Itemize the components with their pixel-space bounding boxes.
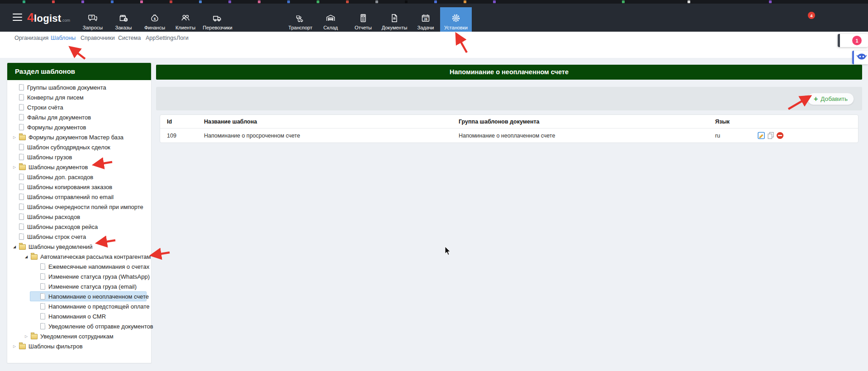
- expand-icon[interactable]: ▷: [24, 334, 29, 338]
- tree-item[interactable]: Группы шаблонов документа: [7, 82, 151, 92]
- folder-icon: [31, 334, 38, 339]
- tree-item[interactable]: ▷Формулы документов Мастер база: [7, 132, 151, 142]
- submenu-item-4[interactable]: Система: [118, 35, 141, 41]
- nav-item-label: Установки: [444, 25, 468, 30]
- tree-item[interactable]: Шаблоны отправлений по email: [7, 192, 151, 202]
- submenu-item-1[interactable]: Организация: [14, 35, 48, 41]
- tree-item[interactable]: Шаблоны расходов рейса: [7, 222, 151, 232]
- add-button-label: Добавить: [821, 95, 848, 102]
- tree-item-label: Шаблоны уведомлений: [28, 243, 93, 250]
- tree-item[interactable]: Файлы для документов: [7, 112, 151, 122]
- file-icon: [40, 313, 45, 319]
- tree-item[interactable]: Ежемесячные напоминания о счетах: [7, 262, 151, 271]
- logo-name: logist: [34, 13, 61, 24]
- folder-icon: [31, 254, 38, 260]
- app-logo[interactable]: 4logist.com: [27, 11, 70, 25]
- menu-hamburger-icon[interactable]: [13, 14, 22, 21]
- expand-icon[interactable]: ▷: [12, 135, 17, 139]
- file-icon: [19, 114, 24, 120]
- expand-icon[interactable]: ▷: [12, 344, 17, 348]
- top-nav-bar: 4logist.com ?ЗапросыЗаказы$ФинансыКлиент…: [0, 4, 868, 32]
- tree-item-label: Формулы документов Мастер база: [28, 134, 123, 141]
- tree-item-label: Формулы документов: [27, 124, 86, 131]
- file-icon: [40, 283, 45, 290]
- templates-tree-panel: Раздел шаблонов Группы шаблонов документ…: [7, 62, 152, 363]
- submenu-item-6[interactable]: Логи: [176, 35, 189, 41]
- tree-item-label: Изменение статуса груза (WhatsApp): [48, 273, 150, 280]
- plus-icon: +: [814, 95, 818, 103]
- tree-item-label: Группы шаблонов документа: [27, 84, 106, 91]
- tree-item[interactable]: Напоминания о CMR: [7, 311, 151, 321]
- tree-item-label: Шаблон субподрядных сделок: [27, 144, 110, 151]
- file-icon: [19, 144, 24, 150]
- assistant-widget[interactable]: [852, 51, 868, 64]
- submenu-item-5[interactable]: AppSettings: [146, 35, 176, 41]
- file-icon: [19, 204, 24, 210]
- delete-icon[interactable]: [776, 132, 784, 139]
- tree-item[interactable]: ◢Шаблоны уведомлений: [7, 242, 151, 252]
- app-window: 4logist.com ?ЗапросыЗаказы$ФинансыКлиент…: [0, 0, 868, 371]
- notification-popup[interactable]: 1: [838, 34, 868, 47]
- tree-item-label: Уведомление об отправке документов: [48, 323, 153, 330]
- tree-item[interactable]: Уведомление об отправке документов: [7, 321, 151, 331]
- tree-item[interactable]: Формулы документов: [7, 122, 151, 132]
- file-icon: [19, 154, 24, 160]
- tree-item[interactable]: Шаблоны копирования заказов: [7, 182, 151, 192]
- file-icon: [40, 293, 45, 300]
- folder-icon: [19, 244, 26, 250]
- tree-item-label: Ежемесячные напоминания о счетах: [48, 263, 149, 270]
- svg-text:$: $: [154, 17, 156, 21]
- tree-item[interactable]: ◢Автоматическая рассылка контрагентам: [7, 252, 151, 262]
- collapse-icon[interactable]: ◢: [12, 245, 17, 249]
- row-actions: [757, 132, 784, 139]
- tree-item[interactable]: Изменение статуса груза (email): [7, 281, 151, 291]
- add-button[interactable]: + Добавить: [807, 93, 854, 105]
- clients-people-icon: [180, 12, 191, 24]
- file-icon: [40, 323, 45, 329]
- copy-icon[interactable]: [767, 132, 774, 139]
- submenu-item-2[interactable]: Шаблоны: [51, 35, 76, 41]
- tree-item[interactable]: ▷Шаблоны фильтров: [7, 341, 151, 351]
- tree-item[interactable]: Шаблон субподрядных сделок: [7, 142, 151, 152]
- tree-item-label: Шаблоны очередности полей при импорте: [27, 204, 143, 210]
- settings-submenu: ОрганизацияШаблоныСправочникиСистемаAppS…: [0, 32, 868, 45]
- tree-item[interactable]: Конверты для писем: [7, 92, 151, 102]
- logo-com: .com: [62, 18, 71, 23]
- nav-item-label: Транспорт: [289, 25, 313, 30]
- svg-text:26: 26: [424, 18, 427, 21]
- tree-item-label: Шаблоны копирования заказов: [27, 184, 112, 190]
- tree-item-label: Напоминания о CMR: [48, 313, 106, 320]
- tree-item[interactable]: Шаблоны очередности полей при импорте: [7, 202, 151, 212]
- tree-item[interactable]: Напоминание о предстоящей оплате: [7, 301, 151, 311]
- nav-item-label: Запросы: [83, 25, 103, 30]
- tree-item[interactable]: ▷Шаблоны документов: [7, 162, 151, 172]
- tree-item-label: Файлы для документов: [27, 114, 91, 121]
- tasks-calendar-icon: 26: [420, 12, 431, 24]
- logo-4: 4: [27, 11, 34, 24]
- tree-item[interactable]: Шаблоны расходов: [7, 212, 151, 222]
- tree-item[interactable]: Строки счёта: [7, 102, 151, 112]
- collapse-icon[interactable]: ◢: [24, 255, 29, 259]
- edit-icon[interactable]: [757, 132, 765, 139]
- requests-chat-icon: ?: [87, 12, 98, 24]
- file-icon: [19, 174, 24, 180]
- nav-item-label: Склад: [323, 25, 338, 30]
- nav-item-label: Финансы: [144, 25, 165, 30]
- tree-item[interactable]: Шаблоны строк счета: [7, 232, 151, 242]
- submenu-item-3[interactable]: Справочники: [81, 35, 115, 41]
- nav-item-settings-gear[interactable]: Установки: [440, 7, 472, 35]
- tree-item[interactable]: ▷Уведомления сотрудникам: [7, 331, 151, 341]
- tree-item-label: Строки счёта: [27, 104, 63, 111]
- expand-icon[interactable]: ▷: [12, 165, 17, 169]
- tree-item[interactable]: Изменение статуса груза (WhatsApp): [7, 271, 151, 281]
- nav-item-carriers-truck[interactable]: Перевозчики: [197, 7, 238, 35]
- orders-box-icon: [118, 12, 129, 24]
- tree-item[interactable]: Шаблоны грузов: [7, 152, 151, 162]
- tree-item-label: Шаблоны отправлений по email: [27, 194, 114, 200]
- file-icon: [40, 273, 45, 280]
- tree-item[interactable]: Напоминание о неоплаченном счете: [7, 291, 151, 301]
- popup-handle: [838, 34, 840, 47]
- tree-item[interactable]: Шаблоны доп. расходов: [7, 172, 151, 182]
- tree-item-label: Шаблоны грузов: [27, 154, 72, 161]
- nav-item-label: Отчеты: [355, 25, 372, 30]
